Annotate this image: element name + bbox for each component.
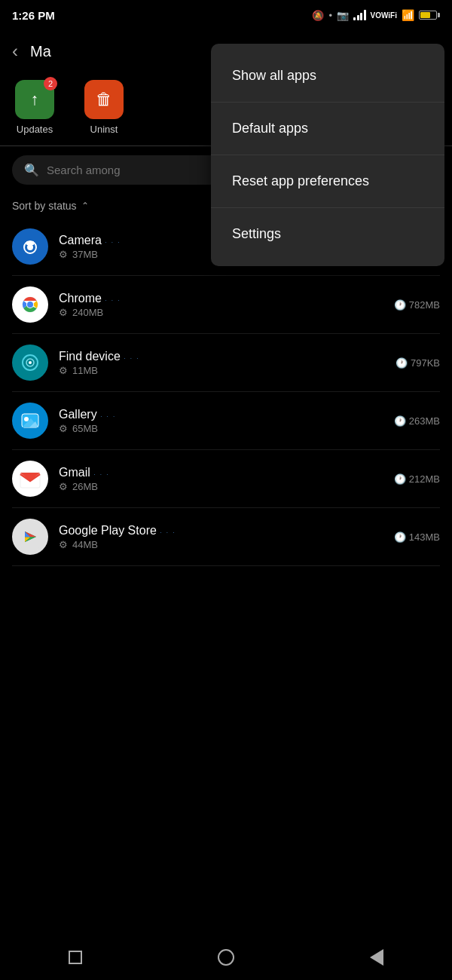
gmail-size: 26MB bbox=[72, 481, 98, 492]
list-item[interactable]: Google Play Store · · · ⚙ 44MB 🕐 143MB bbox=[12, 508, 440, 566]
play-app-meta: ⚙ 44MB bbox=[59, 539, 383, 550]
back-nav-button[interactable] bbox=[360, 941, 393, 974]
show-all-apps-item[interactable]: Show all apps bbox=[211, 50, 444, 103]
svg-point-13 bbox=[24, 417, 29, 421]
uninstall-label: Uninst bbox=[90, 124, 118, 135]
find-app-meta: ⚙ 11MB bbox=[59, 365, 385, 376]
chrome-cache-size: 782MB bbox=[409, 299, 440, 311]
svg-point-10 bbox=[29, 361, 32, 364]
recent-apps-button[interactable] bbox=[59, 941, 92, 974]
gallery-app-icon bbox=[12, 403, 48, 439]
storage-icon: ⚙ bbox=[59, 481, 68, 492]
chrome-cache: 🕐 782MB bbox=[394, 299, 440, 311]
status-time: 1:26 PM bbox=[12, 9, 55, 22]
play-app-name: Google Play Store · · · bbox=[59, 524, 383, 537]
cache-icon: 🕐 bbox=[394, 415, 406, 427]
battery-icon bbox=[419, 11, 440, 20]
home-icon bbox=[218, 949, 234, 966]
wifi-icon: 📶 bbox=[402, 9, 414, 21]
gallery-dots: · · · bbox=[100, 413, 116, 420]
gmail-app-icon bbox=[12, 461, 48, 497]
sort-label: Sort by status bbox=[12, 200, 77, 212]
cache-icon: 🕐 bbox=[396, 357, 408, 369]
gmail-dots: · · · bbox=[93, 471, 109, 478]
play-size: 44MB bbox=[72, 539, 98, 550]
chrome-app-name: Chrome · · · bbox=[59, 292, 383, 305]
cache-icon: 🕐 bbox=[394, 531, 406, 543]
cache-icon: 🕐 bbox=[394, 299, 406, 311]
camera-size: 37MB bbox=[72, 249, 98, 260]
chrome-app-icon bbox=[12, 286, 48, 323]
reset-app-prefs-item[interactable]: Reset app preferences bbox=[211, 155, 444, 208]
navigation-bar bbox=[0, 935, 452, 980]
find-size: 11MB bbox=[72, 365, 98, 376]
recent-apps-icon bbox=[69, 951, 82, 964]
dropdown-menu: Show all apps Default apps Reset app pre… bbox=[211, 44, 444, 266]
cache-icon: 🕐 bbox=[394, 473, 406, 485]
play-cache-size: 143MB bbox=[409, 531, 440, 543]
list-item[interactable]: Chrome · · · ⚙ 240MB 🕐 782MB bbox=[12, 276, 440, 334]
gmail-app-name: Gmail · · · bbox=[59, 466, 383, 479]
play-dots: · · · bbox=[160, 529, 176, 536]
find-app-info: Find device · · · ⚙ 11MB bbox=[59, 350, 385, 376]
list-item[interactable]: Gmail · · · ⚙ 26MB 🕐 212MB bbox=[12, 450, 440, 508]
chrome-app-meta: ⚙ 240MB bbox=[59, 307, 383, 318]
camera-dots: · · · bbox=[105, 239, 121, 246]
gallery-cache: 🕐 263MB bbox=[394, 415, 440, 427]
gmail-cache: 🕐 212MB bbox=[394, 473, 440, 485]
storage-icon: ⚙ bbox=[59, 539, 68, 550]
mute-icon: 🔕 bbox=[312, 10, 324, 21]
dot-icon: • bbox=[328, 10, 332, 21]
signal-icon bbox=[353, 10, 366, 20]
list-item[interactable]: Gallery · · · ⚙ 65MB 🕐 263MB bbox=[12, 392, 440, 450]
svg-rect-2 bbox=[26, 241, 34, 245]
storage-icon: ⚙ bbox=[59, 423, 68, 434]
updates-icon: ↑ bbox=[31, 90, 39, 109]
list-item[interactable]: Find device · · · ⚙ 11MB 🕐 797KB bbox=[12, 334, 440, 392]
gallery-cache-size: 263MB bbox=[409, 415, 440, 427]
gmail-cache-size: 212MB bbox=[409, 473, 440, 485]
uninstall-shortcut[interactable]: 🗑 Uninst bbox=[84, 80, 124, 135]
updates-badge: 2 bbox=[44, 77, 57, 90]
gallery-app-meta: ⚙ 65MB bbox=[59, 423, 383, 434]
find-dots: · · · bbox=[124, 355, 139, 362]
svg-point-6 bbox=[27, 302, 33, 308]
play-app-icon bbox=[12, 519, 48, 555]
search-icon: 🔍 bbox=[24, 163, 39, 177]
play-app-info: Google Play Store · · · ⚙ 44MB bbox=[59, 524, 383, 550]
find-cache-size: 797KB bbox=[411, 357, 440, 369]
trash-icon: 🗑 bbox=[96, 90, 112, 109]
gallery-app-name: Gallery · · · bbox=[59, 408, 383, 421]
sort-chevron-icon: ⌃ bbox=[81, 201, 89, 211]
find-cache: 🕐 797KB bbox=[396, 357, 440, 369]
chrome-app-info: Chrome · · · ⚙ 240MB bbox=[59, 292, 383, 318]
updates-icon-wrap: ↑ 2 bbox=[15, 80, 54, 119]
gmail-app-meta: ⚙ 26MB bbox=[59, 481, 383, 492]
app-list: Camera · · · ⚙ 37MB 🕐 0.93MB bbox=[0, 218, 452, 566]
status-bar: 1:26 PM 🔕 • 📷 VOWiFi 📶 bbox=[0, 0, 452, 30]
camera-app-icon bbox=[12, 228, 48, 265]
gallery-app-info: Gallery · · · ⚙ 65MB bbox=[59, 408, 383, 434]
play-cache: 🕐 143MB bbox=[394, 531, 440, 543]
storage-icon: ⚙ bbox=[59, 365, 68, 376]
settings-item[interactable]: Settings bbox=[211, 208, 444, 260]
gmail-app-info: Gmail · · · ⚙ 26MB bbox=[59, 466, 383, 492]
updates-label: Updates bbox=[17, 124, 53, 135]
vowifi-icon: VOWiFi bbox=[371, 11, 397, 20]
instagram-icon: 📷 bbox=[337, 10, 349, 21]
home-button[interactable] bbox=[209, 941, 243, 974]
back-icon bbox=[370, 949, 383, 966]
uninstall-icon-wrap: 🗑 bbox=[84, 80, 124, 119]
chrome-dots: · · · bbox=[105, 297, 121, 304]
find-app-name: Find device · · · bbox=[59, 350, 385, 363]
find-app-icon bbox=[12, 345, 48, 381]
svg-point-1 bbox=[27, 244, 33, 250]
storage-icon: ⚙ bbox=[59, 307, 68, 318]
default-apps-item[interactable]: Default apps bbox=[211, 103, 444, 155]
storage-icon: ⚙ bbox=[59, 249, 68, 260]
gallery-size: 65MB bbox=[72, 423, 98, 434]
page-title: Ma bbox=[30, 43, 51, 60]
back-button[interactable]: ‹ bbox=[12, 41, 18, 62]
status-icons: 🔕 • 📷 VOWiFi 📶 bbox=[312, 9, 440, 21]
updates-shortcut[interactable]: ↑ 2 Updates bbox=[15, 80, 54, 135]
